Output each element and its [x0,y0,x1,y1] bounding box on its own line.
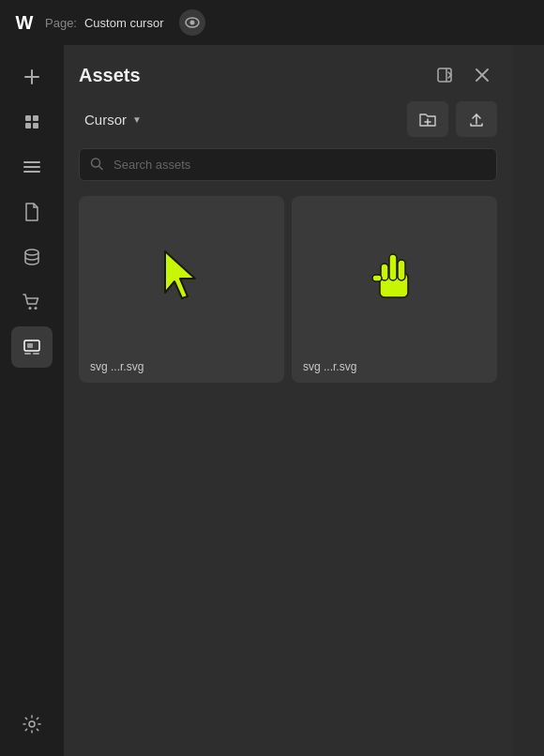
svg-rect-17 [33,353,39,355]
upload-button[interactable] [456,101,497,137]
category-dropdown-label: Cursor [84,112,127,128]
topbar: W Page: Custom cursor [0,0,544,45]
assets-header-icons [430,60,497,90]
sidebar-item-pages[interactable] [11,191,53,233]
assets-toolbar: Cursor ▼ [64,101,512,148]
search-container [79,148,497,181]
main-layout: Assets Cur [0,45,544,756]
dock-panel-button[interactable] [430,60,460,90]
svg-point-13 [35,307,38,310]
category-dropdown[interactable]: Cursor ▼ [79,108,147,131]
svg-rect-16 [24,353,31,355]
asset-preview-arrow [81,198,282,353]
sidebar-item-ecommerce[interactable] [11,281,53,323]
svg-rect-33 [372,275,382,281]
svg-rect-15 [27,343,33,348]
sidebar-item-assets[interactable] [11,326,53,368]
svg-rect-4 [25,115,31,121]
asset-label-arrow: svg ...r.svg [81,353,282,381]
assets-panel: Assets Cur [64,45,512,756]
close-panel-button[interactable] [467,60,497,90]
svg-rect-5 [33,115,38,121]
assets-title: Assets [79,65,141,86]
asset-label-hand: svg ...r.svg [294,353,495,381]
svg-rect-19 [438,68,451,82]
svg-point-18 [29,721,35,727]
search-input[interactable] [79,148,497,181]
sidebar-item-settings[interactable] [11,703,53,745]
asset-preview-hand [294,198,495,353]
add-folder-button[interactable] [407,101,448,137]
asset-card-arrow[interactable]: svg ...r.svg [79,196,284,383]
asset-card-hand[interactable]: svg ...r.svg [292,196,497,383]
webflow-logo[interactable]: W [11,9,38,36]
svg-rect-30 [389,254,397,280]
svg-rect-31 [398,260,405,280]
svg-marker-28 [165,251,195,298]
preview-icon[interactable] [179,9,205,36]
sidebar-item-components[interactable] [11,101,53,143]
svg-point-1 [189,21,194,25]
svg-point-11 [25,249,38,255]
svg-rect-7 [33,123,38,129]
assets-grid: svg ...r.svg [79,196,497,383]
svg-point-12 [29,307,32,310]
chevron-down-icon: ▼ [132,114,142,125]
page-label: Page: [45,16,77,30]
left-sidebar [0,45,64,756]
sidebar-item-database[interactable] [11,236,53,278]
sidebar-item-cms[interactable] [11,146,53,188]
assets-grid-wrapper: svg ...r.svg [64,192,512,756]
sidebar-item-add[interactable] [11,56,53,98]
svg-rect-6 [25,123,31,129]
page-name: Custom cursor [84,16,164,30]
assets-header: Assets [64,45,512,101]
